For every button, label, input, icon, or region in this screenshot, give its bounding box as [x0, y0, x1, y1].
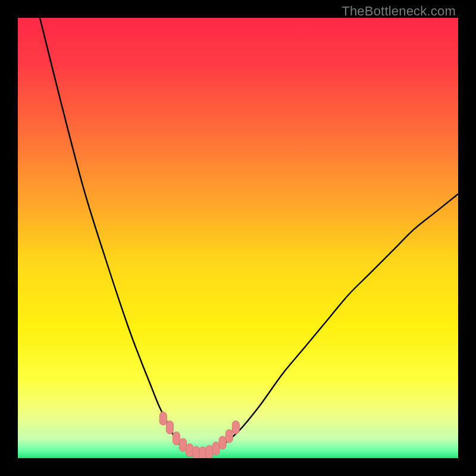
- trough-marker: [199, 447, 206, 458]
- chart-frame: TheBottleneck.com: [0, 0, 476, 476]
- trough-marker: [232, 421, 239, 434]
- trough-marker: [166, 421, 173, 434]
- trough-marker: [226, 430, 233, 443]
- trough-marker: [173, 432, 180, 445]
- watermark-text: TheBottleneck.com: [342, 4, 456, 19]
- curve-path: [40, 18, 458, 455]
- trough-marker: [180, 439, 187, 452]
- plot-area: [18, 18, 458, 458]
- trough-markers: [159, 412, 239, 458]
- trough-marker: [212, 442, 220, 455]
- trough-marker: [193, 446, 200, 458]
- trough-marker: [159, 412, 167, 425]
- trough-marker: [206, 446, 213, 458]
- trough-marker: [219, 436, 226, 449]
- trough-marker: [186, 444, 193, 457]
- bottleneck-curve: [18, 18, 458, 458]
